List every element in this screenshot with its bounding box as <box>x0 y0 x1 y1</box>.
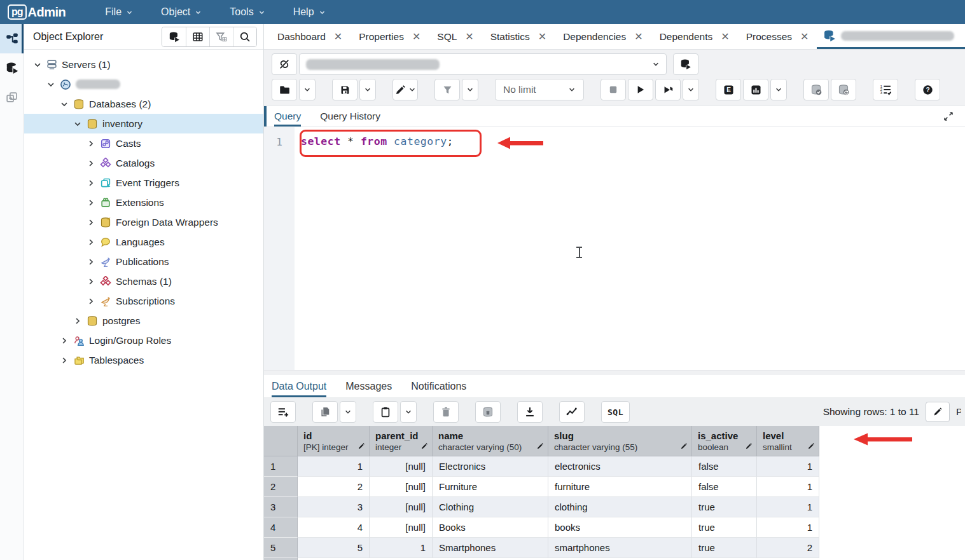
cell-id[interactable]: 4 <box>298 517 370 538</box>
edit-column-icon[interactable] <box>536 442 544 450</box>
chev-right-icon[interactable] <box>73 317 82 325</box>
tab-statistics[interactable]: Statistics✕ <box>482 24 555 49</box>
chev-right-icon[interactable] <box>87 159 95 168</box>
cell-name[interactable]: Furniture <box>433 477 548 497</box>
edit-column-icon[interactable] <box>745 442 753 450</box>
toolbar-button-explain-analyze[interactable] <box>743 79 768 100</box>
cell-name[interactable]: Clothing <box>433 497 548 517</box>
sql-editor[interactable]: 1 select * from category; <box>264 127 965 370</box>
toolbar-button-save[interactable] <box>332 79 358 100</box>
chev-right-icon[interactable] <box>87 257 95 266</box>
edit-column-icon[interactable] <box>680 442 688 450</box>
cell-name[interactable]: Smartphones <box>433 538 548 558</box>
toolbar-button-caret[interactable] <box>299 79 316 100</box>
close-icon[interactable]: ✕ <box>721 32 729 42</box>
column-header-is_active[interactable]: is_activeboolean <box>692 426 757 456</box>
menu-object[interactable]: Object <box>148 0 214 24</box>
tree-item-extensions[interactable]: Extensions <box>24 193 263 212</box>
subtab-query-history[interactable]: Query History <box>320 106 380 126</box>
chev-down-icon[interactable] <box>60 100 69 109</box>
toolbar-button-add-row[interactable] <box>270 401 296 423</box>
close-icon[interactable]: ✕ <box>465 32 473 42</box>
tab-query-tool-active[interactable] <box>817 24 965 49</box>
chev-right-icon[interactable] <box>87 297 95 306</box>
menu-help[interactable]: Help <box>281 0 338 24</box>
chev-right-icon[interactable] <box>87 277 95 286</box>
tree-item-subscriptions[interactable]: Subscriptions <box>24 291 263 311</box>
expand-panel-button[interactable] <box>943 111 954 121</box>
chev-right-icon[interactable] <box>87 198 95 207</box>
edit-column-icon[interactable] <box>358 442 365 450</box>
cell-level[interactable]: 1 <box>757 517 819 538</box>
tree-item-servers-1[interactable]: Servers (1) <box>24 55 263 74</box>
tree-item-languages[interactable]: Languages <box>24 232 263 252</box>
cell-is_active[interactable]: false <box>692 477 757 497</box>
edit-rows-button[interactable] <box>926 402 950 422</box>
toolbar-button-chart-line[interactable] <box>559 401 585 423</box>
toolbar-button-macro-list[interactable]: 123 <box>873 79 898 100</box>
close-icon[interactable]: ✕ <box>412 32 420 42</box>
cell-level[interactable]: 1 <box>757 456 819 477</box>
activity-query-tool-db[interactable] <box>0 53 24 83</box>
toolbar-button-help[interactable]: ? <box>915 79 940 100</box>
tree-item-publications[interactable]: Publications <box>24 252 263 271</box>
close-icon[interactable]: ✕ <box>334 32 342 42</box>
cell-slug[interactable]: smartphones <box>548 538 692 558</box>
edit-column-icon[interactable] <box>807 442 815 450</box>
connection-selector[interactable] <box>299 53 667 75</box>
close-icon[interactable]: ✕ <box>634 32 642 42</box>
cell-id[interactable]: 2 <box>298 477 370 497</box>
row-number[interactable]: 1 <box>264 456 298 477</box>
toolbar-button-play-script[interactable] <box>655 79 681 100</box>
cell-level[interactable]: 2 <box>757 538 819 558</box>
row-number[interactable]: 5 <box>264 538 298 558</box>
close-icon[interactable]: ✕ <box>538 32 546 42</box>
row-number[interactable]: 4 <box>264 517 298 538</box>
cell-name[interactable]: Books <box>433 517 548 538</box>
explorer-tool-search[interactable] <box>233 27 256 46</box>
toolbar-button-copy[interactable] <box>312 401 338 423</box>
toolbar-button-clipboard[interactable] <box>373 401 398 423</box>
chev-down-icon[interactable] <box>46 80 55 89</box>
activity-object-explorer[interactable] <box>0 24 24 53</box>
cell-id[interactable]: 3 <box>298 497 370 517</box>
cell-parent_id[interactable]: [null] <box>370 477 433 497</box>
tab-dependents[interactable]: Dependents✕ <box>651 24 738 49</box>
tree-item-tablespaces[interactable]: Tablespaces <box>24 350 263 370</box>
toolbar-button-explain[interactable]: E <box>716 79 741 100</box>
cell-is_active[interactable]: true <box>692 538 757 558</box>
chev-right-icon[interactable] <box>87 238 95 247</box>
cell-slug[interactable]: electronics <box>548 456 692 477</box>
cell-slug[interactable]: clothing <box>548 497 692 517</box>
tree-item-databases-2[interactable]: Databases (2) <box>24 94 263 114</box>
row-number[interactable]: 3 <box>264 497 298 517</box>
cell-parent_id[interactable]: [null] <box>370 517 433 538</box>
tree-item-login-group-roles[interactable]: Login/Group Roles <box>24 331 263 350</box>
chev-right-icon[interactable] <box>87 139 95 148</box>
tree-item-catalogs[interactable]: Catalogs <box>24 153 263 173</box>
chev-right-icon[interactable] <box>87 179 95 188</box>
toolbar-button-caret[interactable] <box>359 79 376 100</box>
tree-item-postgres[interactable]: postgres <box>24 311 263 331</box>
chev-down-icon[interactable] <box>33 60 42 69</box>
tree-item-foreign-data-wrappers[interactable]: Foreign Data Wrappers <box>24 212 263 232</box>
chev-right-icon[interactable] <box>60 356 69 365</box>
cell-is_active[interactable]: true <box>692 517 757 538</box>
menu-tools[interactable]: Tools <box>217 0 277 24</box>
tree-item-schemas-1[interactable]: Schemas (1) <box>24 271 263 291</box>
cell-parent_id[interactable]: [null] <box>370 456 433 477</box>
column-header-slug[interactable]: slugcharacter varying (55) <box>548 426 692 456</box>
output-tab-notifications[interactable]: Notifications <box>411 375 466 397</box>
toolbar-button-caret[interactable] <box>340 401 356 423</box>
tab-dependencies[interactable]: Dependencies✕ <box>555 24 651 49</box>
tree-item-event-triggers[interactable]: Event Triggers <box>24 173 263 193</box>
column-header-parent_id[interactable]: parent_idinteger <box>370 426 433 456</box>
toolbar-button-caret[interactable] <box>770 79 787 100</box>
toolbar-button-play[interactable] <box>628 79 653 100</box>
cell-is_active[interactable]: true <box>692 497 757 517</box>
cell-id[interactable]: 1 <box>298 456 370 477</box>
tab-sql[interactable]: SQL✕ <box>429 24 482 49</box>
toolbar-button-caret[interactable] <box>400 401 417 423</box>
output-tab-messages[interactable]: Messages <box>345 375 392 397</box>
column-header-id[interactable]: id[PK] integer <box>298 426 370 456</box>
